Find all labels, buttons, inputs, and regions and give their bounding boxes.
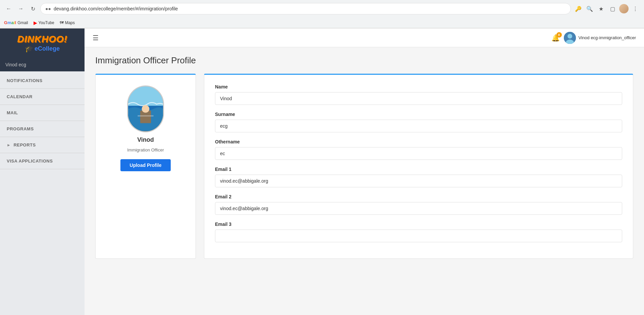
logo-sub: eCollege [35,45,60,52]
sidebar-username: Vinod ecg [0,58,85,71]
url-text: devang.dinkhoo.com/ecollege/member/#/imm… [54,6,566,11]
profile-card: Vinod Immigration Officer Upload Profile [95,74,196,259]
youtube-icon: ▶ [34,20,37,25]
svg-rect-7 [138,115,153,117]
key-icon[interactable]: 🔑 [574,4,583,13]
email1-label: Email 1 [215,167,622,172]
top-bar-right: 🔔 8 Vinod ecg-immigration_officer [551,32,636,44]
bookmarks-bar: Gmail Gmail ▶ YouTube 🗺 Maps [0,17,644,28]
svg-point-6 [142,105,150,113]
security-icon: ●● [45,6,51,11]
menu-icon[interactable]: ⋮ [631,4,640,13]
toolbar-icons: 🔑 🔍 ★ ▢ ⋮ [574,4,640,13]
page-content: Immigration Officer Profile [85,47,644,315]
form-group-email3: Email 3 [215,222,622,242]
sidebar-item-programs[interactable]: PROGRAMS [0,121,85,137]
youtube-label: YouTube [39,20,54,25]
gmail-label: Gmail [17,20,28,25]
mail-label: MAIL [7,110,18,115]
hamburger-icon[interactable]: ☰ [93,34,99,42]
email1-input[interactable] [215,175,622,187]
form-card: Name Surname Othername Email 1 [204,74,633,259]
browser-toolbar: ← → ↻ ●● devang.dinkhoo.com/ecollege/mem… [0,0,644,17]
top-user-info: Vinod ecg-immigration_officer [564,32,636,44]
calendar-label: CALENDAR [7,94,33,99]
form-group-email2: Email 2 [215,194,622,215]
cap-icon: 🎓 [25,45,33,53]
email2-input[interactable] [215,202,622,215]
sidebar-item-calendar[interactable]: CALENDAR [0,89,85,105]
surname-input[interactable] [215,120,622,132]
browser-chrome: ← → ↻ ●● devang.dinkhoo.com/ecollege/mem… [0,0,644,28]
reports-label: REPORTS [13,142,36,147]
form-group-email1: Email 1 [215,167,622,187]
app-wrapper: DINKHOO! 🎓 eCollege Vinod ecg NOTIFICATI… [0,28,644,315]
name-input[interactable] [215,92,622,105]
notification-badge: 8 [556,32,562,38]
address-bar[interactable]: ●● devang.dinkhoo.com/ecollege/member/#/… [40,3,571,14]
sidebar-item-mail[interactable]: MAIL [0,105,85,121]
logo-main: DINKHOO! [17,34,67,45]
othername-input[interactable] [215,147,622,160]
profile-circle[interactable] [619,4,629,13]
svg-point-1 [568,34,572,39]
email3-label: Email 3 [215,222,622,227]
sidebar: DINKHOO! 🎓 eCollege Vinod ecg NOTIFICATI… [0,28,85,315]
top-user-avatar [564,32,576,44]
surname-label: Surname [215,112,622,117]
forward-button[interactable]: → [16,4,25,13]
notifications-label: NOTIFICATIONS [7,78,43,83]
reload-button[interactable]: ↻ [28,4,38,13]
profile-section: Vinod Immigration Officer Upload Profile… [95,74,633,259]
profile-card-name: Vinod [137,136,154,143]
sidebar-item-notifications[interactable]: NOTIFICATIONS [0,73,85,89]
maps-icon: 🗺 [60,20,64,25]
gmail-icon: Gmail [4,20,16,25]
profile-card-role: Immigration Officer [127,147,164,152]
profile-photo [127,85,164,132]
form-group-name: Name [215,84,622,105]
notification-bell[interactable]: 🔔 8 [551,34,560,42]
name-label: Name [215,84,622,89]
sidebar-toggle-icon[interactable]: ▢ [608,4,617,13]
programs-label: PROGRAMS [7,126,34,131]
visa-label: VISA APPLICATIONS [7,159,53,164]
bookmark-youtube[interactable]: ▶ YouTube [34,20,54,25]
search-icon[interactable]: 🔍 [585,4,594,13]
top-bar: ☰ 🔔 8 Vinod ecg-immigration_officer [85,28,644,47]
main-content: ☰ 🔔 8 Vinod ecg-immigration_officer [85,28,644,315]
sidebar-item-visa-applications[interactable]: VISA APPLICATIONS [0,153,85,169]
bookmark-icon[interactable]: ★ [596,4,606,13]
reports-chevron-icon: ► [7,143,11,147]
bookmark-maps[interactable]: 🗺 Maps [60,20,75,25]
email3-input[interactable] [215,230,622,242]
page-title: Immigration Officer Profile [95,55,633,66]
upload-profile-button[interactable]: Upload Profile [120,159,171,171]
bookmark-gmail[interactable]: Gmail Gmail [4,20,28,25]
email2-label: Email 2 [215,194,622,199]
form-group-othername: Othername [215,139,622,160]
sidebar-item-reports[interactable]: ► REPORTS [0,137,85,153]
form-group-surname: Surname [215,112,622,132]
top-username: Vinod ecg-immigration_officer [579,35,636,40]
sidebar-logo: DINKHOO! 🎓 eCollege [0,28,85,58]
maps-label: Maps [65,20,75,25]
logo-ecollege: 🎓 eCollege [25,45,60,53]
sidebar-nav: NOTIFICATIONS CALENDAR MAIL PROGRAMS ► R… [0,71,85,315]
othername-label: Othername [215,139,622,144]
back-button[interactable]: ← [4,4,13,13]
